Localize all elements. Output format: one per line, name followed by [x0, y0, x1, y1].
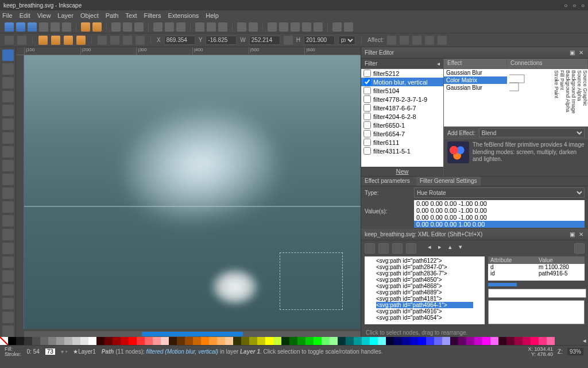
- color-swatch[interactable]: [113, 337, 121, 345]
- effect-params-tab[interactable]: Effect parameters: [361, 177, 416, 186]
- color-swatch[interactable]: [506, 337, 514, 345]
- h-input[interactable]: [304, 36, 335, 45]
- color-swatch[interactable]: [145, 337, 153, 345]
- effect-primitive[interactable]: Gaussian Blur: [444, 69, 507, 76]
- import-icon[interactable]: [51, 22, 60, 32]
- new-text-icon[interactable]: [378, 243, 389, 254]
- color-swatch[interactable]: [185, 337, 193, 345]
- text-icon[interactable]: [279, 22, 288, 32]
- color-swatch[interactable]: [418, 337, 426, 345]
- filter-item[interactable]: Motion blur, vertical: [361, 78, 443, 86]
- fill-tool[interactable]: [2, 270, 14, 282]
- color-swatch[interactable]: [169, 337, 177, 345]
- attr-value-textarea[interactable]: [488, 300, 585, 324]
- color-swatch[interactable]: [482, 337, 490, 345]
- new-element-icon[interactable]: [365, 243, 375, 254]
- group-icon[interactable]: [237, 22, 246, 32]
- y-input[interactable]: [206, 36, 237, 45]
- align-icon[interactable]: [302, 22, 311, 32]
- add-effect-select[interactable]: Blend: [479, 128, 585, 137]
- gradient-tool[interactable]: [2, 284, 14, 296]
- color-swatch[interactable]: [72, 337, 80, 345]
- color-swatch[interactable]: [8, 337, 16, 345]
- ungroup-icon[interactable]: [249, 22, 258, 32]
- undo-icon[interactable]: [81, 22, 90, 32]
- color-swatch[interactable]: [410, 337, 418, 345]
- no-color-swatch[interactable]: [0, 337, 8, 345]
- color-swatch[interactable]: [354, 337, 362, 345]
- close-icon[interactable]: ○: [581, 2, 585, 9]
- menu-path[interactable]: Path: [106, 12, 119, 19]
- color-swatch[interactable]: [177, 337, 185, 345]
- clone-icon[interactable]: [207, 22, 216, 32]
- xml-node[interactable]: <svg:path id="path4916">: [376, 308, 473, 315]
- color-swatch[interactable]: [426, 337, 434, 345]
- indent-icon[interactable]: ▸: [438, 243, 445, 254]
- color-swatch[interactable]: [362, 337, 370, 345]
- menu-text[interactable]: Text: [125, 12, 137, 19]
- star-tool[interactable]: [2, 160, 14, 171]
- xml-icon[interactable]: [291, 22, 300, 32]
- xml-tree[interactable]: <svg:path id="path6122"><svg:path id="pa…: [365, 256, 485, 324]
- color-swatch[interactable]: [378, 337, 386, 345]
- color-swatch[interactable]: [434, 337, 442, 345]
- color-swatch[interactable]: [88, 337, 96, 345]
- lock-aspect-icon[interactable]: [284, 36, 293, 45]
- menu-edit[interactable]: Edit: [20, 12, 30, 19]
- attr-scrollbar[interactable]: [488, 283, 517, 286]
- selector-tool[interactable]: [2, 49, 14, 61]
- lower-icon[interactable]: [123, 36, 132, 45]
- color-swatch[interactable]: [209, 337, 217, 345]
- alpha-value[interactable]: 73: [45, 348, 55, 355]
- color-swatch[interactable]: [225, 337, 233, 345]
- dropper-tool[interactable]: [2, 298, 14, 309]
- delete-node-icon[interactable]: [406, 243, 416, 254]
- deselect-icon[interactable]: [17, 36, 26, 45]
- color-swatch[interactable]: [346, 337, 354, 345]
- affect-move-icon[interactable]: [387, 36, 396, 45]
- color-swatch[interactable]: [386, 337, 394, 345]
- opacity-value[interactable]: 0: 54: [27, 348, 40, 355]
- menu-extensions[interactable]: Extensions: [168, 12, 199, 19]
- filter-checkbox[interactable]: [363, 104, 371, 112]
- menu-filters[interactable]: Filters: [144, 12, 161, 19]
- effect-primitive[interactable]: Color Matrix: [444, 76, 507, 84]
- color-swatch[interactable]: [233, 337, 241, 345]
- color-swatch[interactable]: [257, 337, 265, 345]
- color-swatch[interactable]: [531, 337, 539, 345]
- prefs-icon[interactable]: [332, 22, 342, 32]
- type-select[interactable]: Hue Rotate: [414, 187, 585, 198]
- filter-checkbox[interactable]: [363, 121, 371, 129]
- color-swatch[interactable]: [523, 337, 531, 345]
- color-swatch[interactable]: [121, 337, 129, 345]
- move-down-icon[interactable]: ▾: [459, 243, 466, 254]
- color-swatch[interactable]: [64, 337, 72, 345]
- zoom-page-icon[interactable]: [165, 22, 174, 32]
- flip-v-icon[interactable]: [76, 36, 86, 45]
- color-swatch[interactable]: [458, 337, 466, 345]
- color-swatch[interactable]: [96, 337, 105, 345]
- filter-checkbox[interactable]: [363, 139, 371, 146]
- new-filter-button[interactable]: New: [361, 167, 443, 176]
- color-swatch[interactable]: [338, 337, 346, 345]
- redo-icon[interactable]: [92, 22, 102, 32]
- filter-item[interactable]: filter4778-2-3-7-1-9: [361, 95, 443, 103]
- layers-icon[interactable]: [314, 22, 323, 32]
- rotate-cw-icon[interactable]: [51, 36, 60, 45]
- color-swatch[interactable]: [40, 337, 48, 345]
- raise-top-icon[interactable]: [98, 36, 107, 45]
- color-swatch[interactable]: [539, 337, 547, 345]
- color-swatch[interactable]: [450, 337, 458, 345]
- xml-node[interactable]: <svg:path id="path2836-7">: [376, 270, 473, 277]
- cut-icon[interactable]: [134, 22, 144, 32]
- spray-tool[interactable]: [2, 243, 14, 254]
- selection-box[interactable]: [280, 252, 343, 310]
- color-swatch[interactable]: [474, 337, 482, 345]
- paste-icon[interactable]: [123, 22, 132, 32]
- filter-checkbox[interactable]: [363, 113, 371, 120]
- color-swatch[interactable]: [201, 337, 209, 345]
- values-matrix[interactable]: 0.00 0.00 0.00 -1.00 0.000.00 0.00 0.00 …: [414, 200, 585, 228]
- lower-bottom-icon[interactable]: [136, 36, 145, 45]
- print-icon[interactable]: [39, 22, 48, 32]
- flip-h-icon[interactable]: [64, 36, 73, 45]
